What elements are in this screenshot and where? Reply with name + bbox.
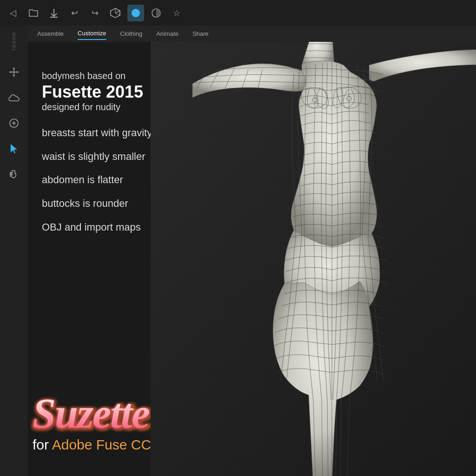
cursor-icon[interactable]	[5, 139, 23, 158]
svg-point-3	[132, 9, 140, 17]
brand-name-wrapper: Suzette Suzette	[33, 393, 149, 435]
cloud-icon[interactable]	[5, 88, 23, 107]
tab-clothing[interactable]: Clothing	[120, 28, 143, 40]
folder-icon[interactable]	[25, 5, 42, 21]
sidebar: Model	[0, 26, 28, 476]
toolbar: ◁ ↩ ↪ ☆	[0, 0, 476, 26]
brand-name: Suzette	[33, 393, 149, 435]
svg-marker-2	[115, 11, 120, 15]
svg-marker-10	[17, 71, 19, 73]
tab-bar: Assemble Customize Clothing Animate Shar…	[28, 26, 476, 42]
download-icon[interactable]	[46, 5, 62, 21]
svg-marker-14	[11, 144, 17, 153]
model-area	[151, 42, 476, 476]
svg-marker-8	[13, 75, 15, 77]
tab-animate[interactable]: Animate	[156, 28, 178, 40]
shape-half-icon[interactable]	[148, 5, 165, 21]
svg-marker-9	[9, 71, 11, 73]
move-crosshair-icon[interactable]	[5, 63, 23, 81]
hand-rotate-icon[interactable]	[5, 165, 23, 184]
tab-assemble[interactable]: Assemble	[37, 28, 64, 40]
add-target-icon[interactable]	[5, 114, 23, 132]
undo-icon[interactable]: ↩	[66, 5, 83, 21]
sub-for: for	[33, 437, 52, 452]
sphere-solid-icon[interactable]	[127, 5, 144, 21]
star-icon[interactable]: ☆	[168, 5, 185, 21]
redo-icon[interactable]: ↪	[86, 5, 103, 21]
tab-customize[interactable]: Customize	[78, 27, 106, 40]
viewport: bodymesh based on Fusette 2015 designed …	[28, 42, 476, 476]
cube-wire-icon[interactable]	[107, 5, 124, 21]
svg-marker-7	[13, 67, 15, 69]
main-content: Assemble Customize Clothing Animate Shar…	[28, 26, 476, 476]
tab-share[interactable]: Share	[192, 28, 209, 40]
sub-adobe: Adobe Fuse CC	[52, 437, 151, 452]
sidebar-label: Model	[12, 33, 16, 52]
wireframe-body	[169, 42, 476, 476]
back-icon[interactable]: ◁	[5, 5, 21, 21]
